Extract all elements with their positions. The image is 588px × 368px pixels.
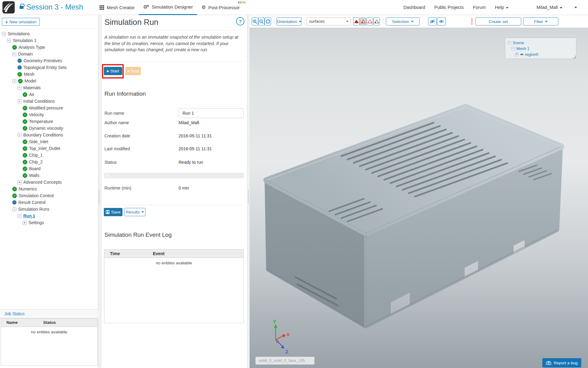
show-selection-button[interactable] — [437, 17, 446, 25]
tree-toggle-icon[interactable]: − — [12, 207, 16, 211]
last-modified-label: Last modified — [104, 144, 130, 153]
mesh-quality-corner-button[interactable] — [373, 17, 380, 25]
tree-item-advanced-concepts[interactable]: + Advanced Concepts — [0, 179, 98, 186]
job-status-empty-text: no entities available — [1, 327, 97, 334]
orientation-dropdown-button[interactable]: Orientation — [277, 17, 302, 25]
scene-item-region0[interactable]: + region0 — [508, 52, 576, 57]
tree-item-chip-2[interactable]: ✓ Chip_2 — [0, 159, 98, 165]
overlay-resize-handle[interactable] — [573, 56, 576, 58]
user-menu-extra[interactable] — [573, 5, 577, 10]
3d-model-canvas[interactable]: Y X Z — [250, 15, 588, 368]
tree-item-simulation-runs[interactable]: − Simulation Runs — [0, 206, 98, 213]
check-icon: ✓ — [23, 160, 27, 164]
stop-button[interactable]: ■ Stop — [125, 67, 141, 75]
event-log-empty-text: no entities available — [104, 258, 243, 265]
tree-item-simulation-1[interactable]: − Simulation 1 — [0, 37, 98, 44]
3d-viewport[interactable]: Y X Z Orientation surfaces — [250, 15, 588, 368]
svg-text:X: X — [287, 332, 290, 337]
tree-item-chip-1[interactable]: ✓ Chip_1 — [0, 152, 98, 159]
display-mode-select[interactable]: surfaces — [306, 17, 351, 25]
tree-toggle-icon[interactable]: − — [17, 214, 21, 218]
zoom-in-button[interactable] — [252, 17, 258, 25]
scene-item-scene[interactable]: − Scene — [508, 40, 576, 46]
visibility-eye-icon[interactable] — [520, 53, 524, 56]
nav-forum[interactable]: Forum — [473, 5, 486, 10]
tree-item-top-inlet-outlet[interactable]: ✓ Top_Inlet_Outlet — [0, 145, 98, 152]
save-button[interactable]: Save — [104, 208, 123, 216]
tree-item-temperature[interactable]: ✓ Temperature — [0, 118, 98, 125]
nav-dashboard[interactable]: Dashboard — [403, 5, 425, 10]
tree-item-geometry-primitives[interactable]: Geometry Primitives — [0, 57, 98, 64]
tree-item-model[interactable]: − ✓ Model — [0, 78, 98, 84]
tree-toggle-icon[interactable]: − — [7, 39, 11, 43]
tab-mesh-creator[interactable]: Mesh Creator — [95, 0, 139, 15]
tree-item-side-inlet[interactable]: ✓ Side_Inlet — [0, 138, 98, 145]
tree-item-simulations[interactable]: − Simulations — [0, 30, 98, 37]
tree-item-simulation-control[interactable]: ✓ Simulation Control — [0, 192, 98, 199]
results-dropdown-button[interactable]: Results — [124, 208, 145, 216]
tree-toggle-icon[interactable]: + — [23, 221, 27, 225]
tree-toggle-icon[interactable]: − — [17, 86, 21, 90]
simscale-logo[interactable] — [2, 1, 15, 13]
tree-toggle-icon[interactable]: − — [2, 32, 6, 36]
tree-item-domain[interactable]: − Domain — [0, 51, 98, 57]
tree-toggle-icon[interactable]: − — [508, 41, 511, 44]
tree-item-board[interactable]: ✓ Board — [0, 165, 98, 172]
eye-off-icon — [430, 19, 435, 24]
simulation-tree: − Simulations − Simulation 1 ✓ Analysis … — [0, 30, 98, 226]
tree-item-topological-entity-sets[interactable]: Topological Entity Sets — [0, 64, 98, 71]
sidebar-resizer[interactable] — [98, 15, 101, 368]
create-set-button[interactable]: Create set — [475, 17, 521, 25]
user-menu[interactable]: Milad_Mafi — [537, 5, 562, 10]
job-status-header[interactable]: Job Status — [0, 309, 98, 318]
mesh-quality-outline-button[interactable] — [367, 17, 373, 25]
tree-item-numerics[interactable]: ✓ Numerics — [0, 186, 98, 192]
job-status-table-header: Name Status — [1, 319, 97, 327]
help-button[interactable]: ? — [236, 17, 244, 25]
zoom-out-button[interactable] — [258, 17, 265, 25]
tree-item-modified-pressure[interactable]: ✓ Modified pressure — [0, 105, 98, 111]
tree-item-analysis-type[interactable]: ✓ Analysis Type — [0, 44, 98, 51]
tab-post-processor[interactable]: ⚙ Post-Processor BETA — [197, 0, 244, 15]
tree-toggle-icon[interactable]: − — [511, 47, 515, 50]
run-name-input[interactable] — [179, 108, 243, 118]
check-icon: ✓ — [23, 146, 27, 151]
last-modified-value: 2016-05-11 11:31 — [179, 144, 212, 153]
nav-help[interactable]: Help — [495, 5, 508, 10]
start-button[interactable]: ▶ Start — [104, 67, 122, 75]
tree-toggle-icon[interactable]: − — [12, 52, 16, 56]
tree-item-dynamic-viscosity[interactable]: ✓ Dynamic viscosity — [0, 125, 98, 132]
tree-toggle-icon[interactable]: − — [12, 79, 16, 83]
mesh-quality-outline-active-button[interactable] — [360, 17, 366, 25]
hide-selection-button[interactable] — [428, 17, 437, 25]
chevron-down-icon — [545, 21, 548, 22]
tree-item-walls[interactable]: ✓ Walls — [0, 172, 98, 179]
tree-toggle-icon[interactable]: − — [17, 99, 21, 103]
tree-item-boundary-conditions[interactable]: − Boundary Conditions — [0, 132, 98, 138]
tree-item-air[interactable]: ✓ Air — [0, 91, 98, 98]
tree-item-materials[interactable]: − Materials — [0, 84, 98, 91]
tree-item-mesh[interactable]: ✓ Mesh — [0, 71, 98, 78]
tree-item-initial-conditions[interactable]: − Initial Conditions — [0, 98, 98, 105]
tree-item-velocity[interactable]: ✓ Velocity — [0, 111, 98, 118]
tree-toggle-icon[interactable]: + — [17, 180, 21, 184]
filter-dropdown-button[interactable]: Filter — [523, 17, 558, 25]
check-icon: ✓ — [23, 92, 27, 97]
tree-toggle-icon[interactable]: + — [515, 53, 518, 56]
mesh-quality-solid-button[interactable] — [353, 17, 360, 25]
tree-item-run-1[interactable]: − Run 1 — [0, 213, 98, 219]
refresh-view-button[interactable] — [265, 17, 271, 25]
tree-toggle-icon[interactable]: − — [17, 133, 21, 137]
scene-item-mesh-1[interactable]: − Mesh 1 — [508, 46, 576, 52]
panel-resizer[interactable] — [247, 15, 250, 368]
tab-simulation-designer[interactable]: ⚙⚙ Simulation Designer — [139, 0, 197, 15]
tree-item-result-control[interactable]: Result Control — [0, 199, 98, 206]
tree-item-settings[interactable]: + Settings — [0, 219, 98, 226]
nav-public-projects[interactable]: Public Projects — [434, 5, 464, 10]
new-simulation-button[interactable]: + New simulation — [2, 18, 40, 26]
toolbar-separator-orange — [472, 18, 472, 25]
selection-dropdown-button[interactable]: Selection — [386, 17, 420, 25]
event-log-table-header: Time Event — [104, 250, 243, 258]
check-icon: ✓ — [23, 173, 27, 178]
report-bug-button[interactable]: Report a bug — [542, 358, 581, 367]
